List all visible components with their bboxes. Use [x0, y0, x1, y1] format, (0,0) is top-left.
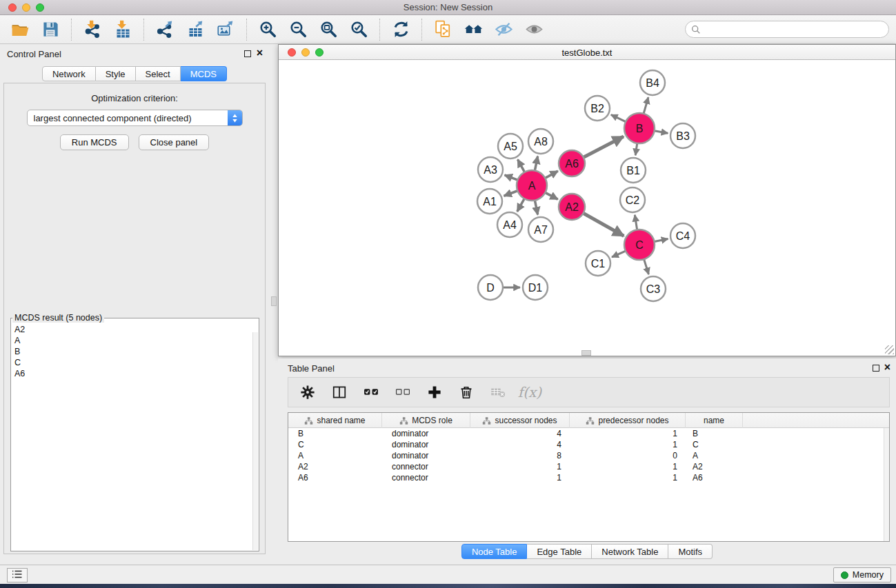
- table-row-A[interactable]: Adominator80A: [288, 450, 889, 461]
- graph-node-D[interactable]: D: [478, 275, 503, 300]
- graph-edge-A-A4[interactable]: [517, 199, 524, 212]
- graph-node-A4[interactable]: A4: [497, 212, 522, 237]
- table-row-B[interactable]: Bdominator41B: [288, 428, 889, 439]
- zoom-in-button[interactable]: [255, 18, 281, 41]
- graph-edge-A6-B[interactable]: [584, 136, 624, 157]
- memory-button[interactable]: Memory: [833, 567, 891, 582]
- settings-button[interactable]: [295, 380, 320, 405]
- mcds-result-item[interactable]: A6: [14, 368, 259, 379]
- mcds-result-item[interactable]: A: [14, 335, 259, 346]
- graph-node-A5[interactable]: A5: [498, 134, 523, 159]
- float-table-panel-icon[interactable]: [873, 365, 879, 372]
- new-network-from-selection-button[interactable]: [430, 18, 456, 41]
- graph-edge-B-B3[interactable]: [655, 131, 668, 133]
- tab-network-table[interactable]: Network Table: [592, 544, 668, 559]
- result-scrollbar[interactable]: [252, 332, 258, 550]
- graph-node-A2[interactable]: A2: [559, 194, 585, 220]
- table-row-C[interactable]: Cdominator41C: [288, 439, 889, 450]
- select-all-button[interactable]: [359, 380, 384, 405]
- tab-network[interactable]: Network: [42, 66, 96, 81]
- delete-button[interactable]: [454, 380, 479, 405]
- graph-edge-B-B4[interactable]: [644, 97, 648, 114]
- graph-node-C3[interactable]: C3: [641, 276, 666, 301]
- zoom-selected-button[interactable]: [346, 18, 372, 41]
- graph-edge-A-A7[interactable]: [535, 201, 537, 215]
- graph-node-A1[interactable]: A1: [477, 189, 502, 214]
- graph-edge-C-C2[interactable]: [635, 215, 637, 230]
- float-panel-icon[interactable]: [244, 50, 251, 57]
- graph-edge-C-C1[interactable]: [612, 251, 626, 257]
- graph-node-B3[interactable]: B3: [670, 123, 695, 148]
- mcds-result-item[interactable]: A2: [14, 324, 259, 335]
- graph-edge-A-A1[interactable]: [504, 191, 518, 196]
- refresh-button[interactable]: [388, 18, 414, 41]
- task-history-button[interactable]: [7, 568, 28, 582]
- close-table-panel-icon[interactable]: ×: [884, 361, 890, 374]
- tab-motifs[interactable]: Motifs: [668, 544, 713, 559]
- graph-edge-B-B1[interactable]: [635, 143, 637, 155]
- graph-edge-A2-C[interactable]: [584, 213, 624, 236]
- zoom-out-button[interactable]: [285, 18, 311, 41]
- horizontal-splitter-handle[interactable]: [581, 350, 591, 356]
- table-scrollbar[interactable]: [884, 428, 889, 541]
- graph-edge-A-A2[interactable]: [545, 192, 557, 199]
- close-panel-icon[interactable]: ×: [257, 47, 263, 59]
- first-neighbors-button[interactable]: [460, 18, 486, 41]
- graph-edge-C-C3[interactable]: [644, 259, 649, 274]
- graph-node-B1[interactable]: B1: [621, 158, 646, 183]
- graph-node-A7[interactable]: A7: [528, 217, 553, 242]
- column-header-successor-nodes[interactable]: successor nodes: [470, 413, 570, 428]
- network-graph[interactable]: B4B2BB3A8A5A6A3B1AC2A1A2A4A7C4CC1C3DD1: [279, 60, 895, 356]
- graph-edge-A-A8[interactable]: [535, 156, 537, 171]
- zoom-fit-button[interactable]: [315, 18, 341, 41]
- export-image-button[interactable]: [212, 18, 239, 41]
- graph-node-A[interactable]: A: [517, 170, 547, 201]
- import-table-button[interactable]: [110, 18, 136, 41]
- tab-edge-table[interactable]: Edge Table: [527, 544, 592, 559]
- graph-node-B[interactable]: B: [624, 113, 655, 143]
- export-table-button[interactable]: [182, 18, 208, 41]
- open-folder-button[interactable]: [7, 18, 33, 41]
- graph-edge-A-A6[interactable]: [545, 171, 558, 178]
- graph-node-C1[interactable]: C1: [586, 251, 610, 276]
- column-header-MCDS-role[interactable]: MCDS role: [382, 413, 470, 428]
- import-network-button[interactable]: [79, 18, 106, 41]
- add-button[interactable]: [422, 380, 447, 405]
- graph-node-A8[interactable]: A8: [528, 129, 553, 154]
- graph-node-B2[interactable]: B2: [585, 96, 610, 121]
- resize-grip-icon[interactable]: [885, 345, 894, 354]
- tab-style[interactable]: Style: [96, 66, 136, 81]
- column-header-name[interactable]: name: [686, 413, 743, 428]
- tab-select[interactable]: Select: [136, 66, 181, 81]
- graph-node-D1[interactable]: D1: [523, 275, 548, 300]
- tab-mcds[interactable]: MCDS: [181, 66, 227, 81]
- column-header-predecessor-nodes[interactable]: predecessor nodes: [570, 413, 686, 428]
- export-network-button[interactable]: [152, 18, 178, 41]
- search-input[interactable]: [701, 23, 888, 37]
- mcds-result-item[interactable]: C: [14, 357, 259, 368]
- graph-edge-C-C4[interactable]: [655, 239, 668, 241]
- graph-node-C2[interactable]: C2: [620, 187, 645, 212]
- hide-selected-button[interactable]: [490, 18, 517, 41]
- columns-button[interactable]: [327, 380, 352, 405]
- graph-node-B4[interactable]: B4: [640, 70, 665, 95]
- tab-node-table[interactable]: Node Table: [461, 544, 528, 559]
- criterion-dropdown[interactable]: largest connected component (directed): [27, 110, 243, 126]
- show-all-button[interactable]: [521, 18, 547, 41]
- graph-node-C4[interactable]: C4: [670, 223, 695, 248]
- graph-edge-A-A5[interactable]: [518, 159, 525, 172]
- graph-node-A3[interactable]: A3: [478, 157, 503, 182]
- graph-edge-B-B2[interactable]: [611, 114, 626, 121]
- table-row-A6[interactable]: A6connector11A6: [288, 472, 889, 483]
- graph-node-A6[interactable]: A6: [559, 150, 585, 176]
- network-canvas[interactable]: B4B2BB3A8A5A6A3B1AC2A1A2A4A7C4CC1C3DD1: [279, 60, 895, 356]
- mcds-result-item[interactable]: B: [14, 346, 259, 357]
- run-mcds-button[interactable]: Run MCDS: [60, 134, 129, 150]
- save-button[interactable]: [37, 18, 63, 41]
- table-row-A2[interactable]: A2connector11A2: [288, 461, 889, 472]
- close-panel-button[interactable]: Close panel: [139, 134, 210, 150]
- vertical-splitter-handle[interactable]: [271, 296, 277, 306]
- graph-node-C[interactable]: C: [624, 230, 655, 260]
- deselect-all-button[interactable]: [390, 380, 415, 405]
- graph-edge-A-A3[interactable]: [505, 175, 518, 180]
